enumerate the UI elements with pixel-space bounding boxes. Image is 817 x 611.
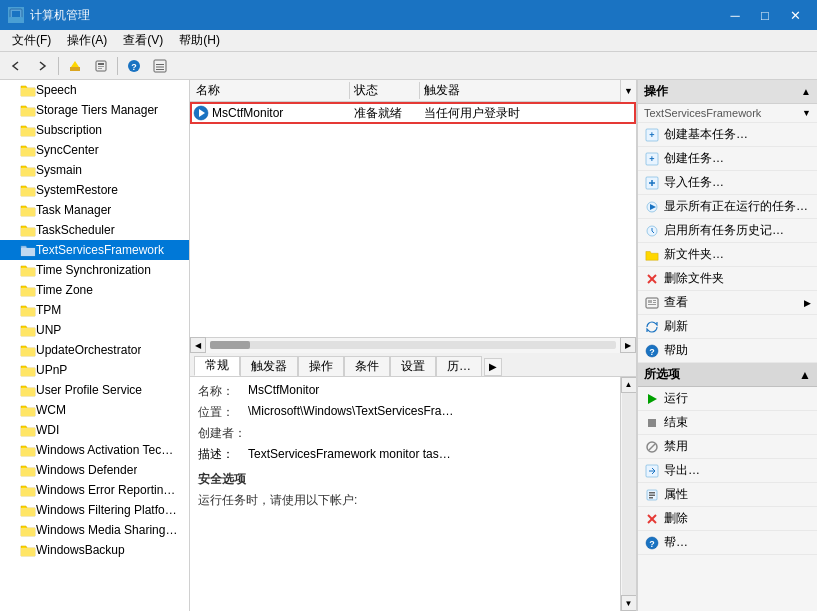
forward-button[interactable] <box>30 55 54 77</box>
sidebar-item-subscription[interactable]: Subscription <box>0 120 189 140</box>
sidebar-item-winactivation[interactable]: Windows Activation Tec… <box>0 440 189 460</box>
sidebar-item-winmediasharing[interactable]: Windows Media Sharing… <box>0 520 189 540</box>
svg-rect-12 <box>156 66 164 67</box>
enable-history-icon <box>644 223 660 239</box>
sidebar: Speech Storage Tiers Manager Subscriptio… <box>0 80 190 611</box>
extra-button[interactable] <box>148 55 172 77</box>
sidebar-item-wcm[interactable]: WCM <box>0 400 189 420</box>
sub-section-label: 所选项 <box>644 366 680 383</box>
v-scroll-up[interactable]: ▲ <box>621 377 637 393</box>
task-name: MsCtfMonitor <box>210 106 350 120</box>
sidebar-item-systemrestore[interactable]: SystemRestore <box>0 180 189 200</box>
folder-icon <box>20 463 36 477</box>
close-button[interactable]: ✕ <box>781 5 809 25</box>
delete-folder-label: 删除文件夹 <box>664 270 724 287</box>
sidebar-item-timezone[interactable]: Time Zone <box>0 280 189 300</box>
end-icon <box>644 415 660 431</box>
minimize-button[interactable]: ─ <box>721 5 749 25</box>
action-import[interactable]: 导入任务… <box>638 171 817 195</box>
action-delete-folder[interactable]: 删除文件夹 <box>638 267 817 291</box>
sidebar-item-wdi[interactable]: WDI <box>0 420 189 440</box>
menu-action[interactable]: 操作(A) <box>59 30 115 51</box>
action-create-task[interactable]: + 创建任务… <box>638 147 817 171</box>
sidebar-item-textservices[interactable]: TextServicesFramework <box>0 240 189 260</box>
sidebar-item-windowsbackup[interactable]: WindowsBackup <box>0 540 189 560</box>
maximize-button[interactable]: □ <box>751 5 779 25</box>
tab-actions[interactable]: 操作 <box>298 356 344 376</box>
sidebar-item-taskscheduler[interactable]: TaskScheduler <box>0 220 189 240</box>
sidebar-item-upnp[interactable]: UPnP <box>0 360 189 380</box>
folder-icon <box>20 143 36 157</box>
sidebar-item-updateorchestrator[interactable]: UpdateOrchestrator <box>0 340 189 360</box>
create-basic-icon: + <box>644 127 660 143</box>
help-button[interactable]: ? <box>122 55 146 77</box>
action-properties[interactable]: 属性 <box>638 483 817 507</box>
svg-text:?: ? <box>649 347 655 357</box>
action-new-folder[interactable]: 新文件夹… <box>638 243 817 267</box>
sidebar-item-timesync[interactable]: Time Synchronization <box>0 260 189 280</box>
action-view[interactable]: 查看 ▶ <box>638 291 817 315</box>
v-scroll-down[interactable]: ▼ <box>621 595 637 611</box>
sidebar-item-tpm[interactable]: TPM <box>0 300 189 320</box>
list-scroll-down[interactable]: ▼ <box>620 80 636 102</box>
back-button[interactable] <box>4 55 28 77</box>
security-section: 安全选项 运行任务时，请使用以下帐户: <box>198 471 612 509</box>
tab-history[interactable]: 历… <box>436 356 482 376</box>
action-end[interactable]: 结束 <box>638 411 817 435</box>
folder-icon <box>20 83 36 97</box>
context-name: TextServicesFramework <box>644 107 761 119</box>
h-scroll-thumb[interactable] <box>210 341 250 349</box>
sidebar-item-storage[interactable]: Storage Tiers Manager <box>0 100 189 120</box>
action-show-running[interactable]: 显示所有正在运行的任务… <box>638 195 817 219</box>
tab-triggers[interactable]: 触发器 <box>240 356 298 376</box>
sidebar-item-taskmanager[interactable]: Task Manager <box>0 200 189 220</box>
delete-folder-icon <box>644 271 660 287</box>
tab-bar: 常规 触发器 操作 条件 设置 历… ▶ <box>190 353 636 377</box>
action-disable[interactable]: 禁用 <box>638 435 817 459</box>
detail-location-value: \Microsoft\Windows\TextServicesFra… <box>248 404 612 418</box>
action-delete-bottom[interactable]: 删除 <box>638 507 817 531</box>
col-header-name: 名称 <box>190 82 350 99</box>
tab-general[interactable]: 常规 <box>194 356 240 376</box>
h-scroll-right[interactable]: ▶ <box>620 337 636 353</box>
toolbar-sep-2 <box>117 57 118 75</box>
action-export[interactable]: 导出… <box>638 459 817 483</box>
h-scrollbar[interactable]: ◀ ▶ <box>190 337 636 353</box>
help-bottom-label: 帮… <box>664 534 688 551</box>
folder-icon-selected <box>20 243 36 257</box>
sidebar-item-winerror[interactable]: Windows Error Reportin… <box>0 480 189 500</box>
sidebar-item-synccenter[interactable]: SyncCenter <box>0 140 189 160</box>
tab-conditions[interactable]: 条件 <box>344 356 390 376</box>
action-help-bottom[interactable]: ? 帮… <box>638 531 817 555</box>
title-bar: 计算机管理 ─ □ ✕ <box>0 0 817 30</box>
tab-more[interactable]: ▶ <box>484 358 502 376</box>
action-help-top[interactable]: ? 帮助 <box>638 339 817 363</box>
detail-creator-row: 创建者： <box>198 425 612 442</box>
action-enable-history[interactable]: 启用所有任务历史记… <box>638 219 817 243</box>
menu-file[interactable]: 文件(F) <box>4 30 59 51</box>
action-run[interactable]: 运行 <box>638 387 817 411</box>
h-scroll-left[interactable]: ◀ <box>190 337 206 353</box>
folder-icon <box>20 383 36 397</box>
show-button[interactable] <box>89 55 113 77</box>
view-submenu-arrow: ▶ <box>804 298 811 308</box>
sidebar-item-sysmain[interactable]: Sysmain <box>0 160 189 180</box>
folder-icon <box>20 103 36 117</box>
task-row[interactable]: MsCtfMonitor 准备就绪 当任何用户登录时 <box>190 102 636 124</box>
svg-rect-6 <box>98 66 104 67</box>
sidebar-item-windefender[interactable]: Windows Defender <box>0 460 189 480</box>
menu-help[interactable]: 帮助(H) <box>171 30 228 51</box>
export-label: 导出… <box>664 462 700 479</box>
sidebar-item-winfiltering[interactable]: Windows Filtering Platfo… <box>0 500 189 520</box>
sidebar-item-speech[interactable]: Speech <box>0 80 189 100</box>
up-button[interactable] <box>63 55 87 77</box>
action-create-basic[interactable]: + 创建基本任务… <box>638 123 817 147</box>
menu-view[interactable]: 查看(V) <box>115 30 171 51</box>
action-refresh[interactable]: 刷新 <box>638 315 817 339</box>
create-task-label: 创建任务… <box>664 150 724 167</box>
sidebar-item-unp[interactable]: UNP <box>0 320 189 340</box>
sub-section-collapse-icon[interactable]: ▲ <box>799 368 811 382</box>
sidebar-item-userprofile[interactable]: User Profile Service <box>0 380 189 400</box>
tab-settings[interactable]: 设置 <box>390 356 436 376</box>
collapse-icon[interactable]: ▲ <box>801 86 811 97</box>
